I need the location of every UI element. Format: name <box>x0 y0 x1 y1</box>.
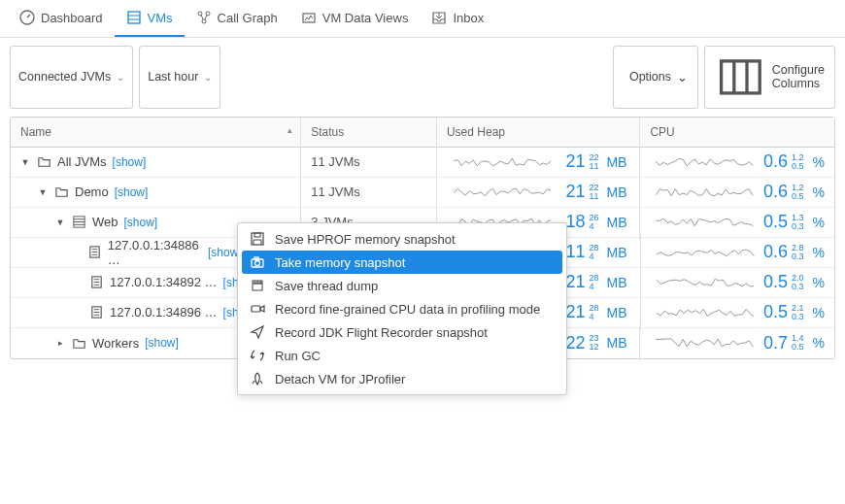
folder-icon <box>53 185 69 200</box>
menu-item-record-fine-grained-cpu-data-in-profiling-mode[interactable]: Record fine-grained CPU data in profilin… <box>238 297 566 320</box>
sparkline <box>651 243 760 262</box>
tab-label: Inbox <box>453 11 484 25</box>
jvm-filter-select[interactable]: Connected JVMs ⌄ <box>10 46 133 109</box>
chevron-down-icon: ⌄ <box>204 72 212 83</box>
col-cpu-header[interactable]: CPU <box>640 118 834 147</box>
show-link[interactable]: [show] <box>113 155 147 169</box>
sparkline <box>447 183 558 202</box>
time-filter-label: Last hour <box>148 70 198 84</box>
vm-icon <box>88 275 104 290</box>
cpu-unit: % <box>809 275 825 290</box>
cpu-value: 0.6 <box>763 242 788 262</box>
cpu-minmax: 2.80.3 <box>792 244 805 261</box>
cpu-value: 0.6 <box>763 151 788 172</box>
row-label: 127.0.0.1:34896 … <box>110 305 218 319</box>
toolbar: Connected JVMs ⌄ Last hour ⌄ Options ⌄ C… <box>0 38 845 117</box>
menu-item-run-gc[interactable]: Run GC <box>238 344 566 367</box>
heap-minmax: 284 <box>590 274 603 291</box>
time-filter-select[interactable]: Last hour ⌄ <box>139 46 220 109</box>
cpu-value: 0.5 <box>763 212 788 232</box>
columns-icon <box>715 51 766 103</box>
heap-value: 21 <box>561 182 585 202</box>
expander-icon[interactable]: ▸ <box>55 338 65 348</box>
expander-icon[interactable]: ▼ <box>55 218 65 227</box>
cpu-unit: % <box>809 154 825 170</box>
cpu-unit: % <box>809 335 825 351</box>
col-name-header[interactable]: Name <box>11 118 301 147</box>
row-label: Web <box>92 215 118 229</box>
cpu-unit: % <box>809 305 825 320</box>
recycle-icon <box>250 348 265 363</box>
show-link[interactable]: [show] <box>124 216 158 229</box>
tab-call-graph[interactable]: Call Graph <box>185 0 289 37</box>
folder-icon <box>71 335 86 351</box>
menu-item-take-memory-snapshot[interactable]: Take memory snapshot <box>242 251 562 274</box>
row-label: Workers <box>92 336 139 351</box>
chevron-down-icon: ⌄ <box>677 70 688 84</box>
cpu-unit: % <box>809 215 825 230</box>
vms-icon <box>126 10 142 25</box>
cpu-value: 0.5 <box>763 302 788 322</box>
heap-value: 21 <box>561 151 585 172</box>
record-icon <box>250 301 265 317</box>
heap-unit: MB <box>606 154 629 170</box>
web-icon <box>71 215 86 230</box>
menu-item-label: Detach VM for JProfiler <box>275 372 405 386</box>
folder-icon <box>36 154 51 170</box>
tab-vm-data-views[interactable]: VM Data Views <box>289 0 421 37</box>
col-status-header[interactable]: Status <box>301 118 437 147</box>
menu-item-detach-vm-for-jprofiler[interactable]: Detach VM for JProfiler <box>238 367 566 390</box>
heap-unit: MB <box>607 275 630 290</box>
main-tabs: DashboardVMsCall GraphVM Data ViewsInbox <box>0 0 845 38</box>
jvm-filter-label: Connected JVMs <box>18 70 111 84</box>
options-button[interactable]: Options ⌄ <box>613 46 698 109</box>
sparkline <box>651 273 760 292</box>
heap-minmax: 2312 <box>589 334 602 352</box>
row-label: 127.0.0.1:34892 … <box>110 275 218 289</box>
film-icon <box>250 278 265 293</box>
sparkline <box>650 213 759 232</box>
configure-columns-label: Configure Columns <box>772 63 825 90</box>
heap-minmax: 2211 <box>589 184 602 201</box>
heap-unit: MB <box>606 215 629 230</box>
status-cell: 11 JVMs <box>301 147 437 177</box>
heap-unit: MB <box>607 305 630 320</box>
col-heap-header[interactable]: Used Heap <box>437 118 641 147</box>
menu-item-label: Save thread dump <box>275 279 378 293</box>
vm-icon <box>88 305 104 320</box>
menu-item-save-thread-dump[interactable]: Save thread dump <box>238 274 566 297</box>
vm-icon <box>87 245 102 260</box>
cpu-minmax: 2.00.3 <box>792 274 805 291</box>
actions-context-menu: Save HPROF memory snapshotTake memory sn… <box>237 222 567 395</box>
menu-item-label: Take memory snapshot <box>275 255 405 270</box>
heap-minmax: 264 <box>589 214 602 231</box>
heap-minmax: 284 <box>590 244 603 261</box>
tab-dashboard[interactable]: Dashboard <box>8 0 115 37</box>
row-label: Demo <box>75 185 109 199</box>
tab-label: Dashboard <box>41 11 103 25</box>
configure-columns-button[interactable]: Configure Columns <box>704 46 835 109</box>
cpu-value: 0.5 <box>763 272 788 292</box>
cpu-unit: % <box>809 245 825 260</box>
cpu-minmax: 1.20.5 <box>792 184 805 201</box>
show-link[interactable]: [show] <box>145 336 179 350</box>
cpu-value: 0.7 <box>763 333 788 353</box>
cpu-minmax: 1.20.5 <box>792 153 805 171</box>
table-row[interactable]: ▼ All JVMs [show] 11 JVMs 21 2211 MB 0.6… <box>11 148 834 178</box>
tab-inbox[interactable]: Inbox <box>420 0 495 37</box>
tab-vms[interactable]: VMs <box>115 0 185 37</box>
sparkline <box>447 152 558 172</box>
expander-icon[interactable]: ▼ <box>20 157 30 167</box>
plane-icon <box>250 324 265 340</box>
heap-minmax: 284 <box>590 304 603 321</box>
menu-item-record-jdk-flight-recorder-snapshot[interactable]: Record JDK Flight Recorder snapshot <box>238 320 566 344</box>
menu-item-save-hprof-memory-snapshot[interactable]: Save HPROF memory snapshot <box>238 227 566 251</box>
heap-minmax: 2211 <box>589 153 602 171</box>
chevron-down-icon: ⌄ <box>117 72 124 83</box>
expander-icon[interactable]: ▼ <box>38 187 48 197</box>
show-link[interactable]: [show] <box>115 185 149 199</box>
menu-item-label: Record fine-grained CPU data in profilin… <box>275 302 540 317</box>
cpu-minmax: 2.10.3 <box>792 304 805 321</box>
cpu-value: 0.6 <box>763 182 788 202</box>
table-row[interactable]: ▼ Demo [show] 11 JVMs 21 2211 MB 0.6 1.2… <box>11 178 834 208</box>
